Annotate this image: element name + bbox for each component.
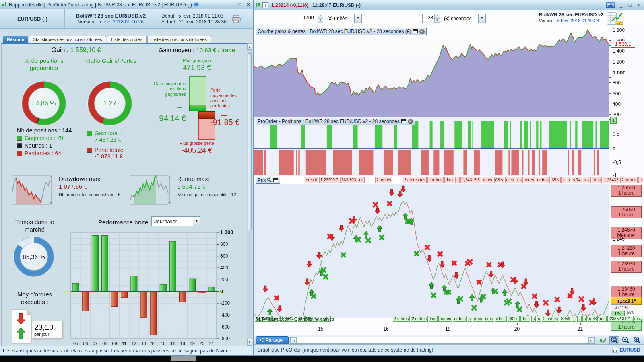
maximize-button[interactable]: □	[236, 2, 243, 7]
axis-tick	[609, 175, 611, 175]
panel-close-icon[interactable]: ✕	[419, 29, 425, 34]
tab-liste-des-ordres[interactable]: Liste des ordres	[107, 36, 147, 43]
order-badge: s 74	[572, 177, 582, 183]
drawdown-sub: Nb max pertes consécutives : 6	[59, 192, 133, 197]
svg-text:400: 400	[220, 265, 228, 271]
minimize-button[interactable]: –	[227, 2, 234, 7]
report-scrollbar[interactable]: ▲ ▼	[247, 43, 252, 346]
version-link[interactable]: 5 févr. 2018 01:10:26	[98, 19, 144, 25]
legend-item: Neutres : 1	[17, 142, 72, 149]
share-button[interactable]: Partager	[256, 336, 289, 345]
order-badge: s	[582, 316, 587, 322]
zoom-in-icon[interactable]	[632, 336, 642, 345]
zoom-fit-icon[interactable]	[609, 336, 619, 345]
svg-text:08: 08	[102, 341, 107, 346]
svg-text:600: 600	[220, 253, 228, 259]
ratio-title: Ratio Gains/Pertes	[80, 57, 142, 64]
order-badge: 2 ordres	[375, 177, 392, 183]
order-badge: rdres	[495, 316, 507, 322]
perf-period-select[interactable]: Journalier ▼	[151, 216, 200, 226]
scroll-down-button[interactable]: ▼	[247, 339, 252, 345]
zoom-out-icon[interactable]	[621, 336, 630, 345]
scroll-left-button[interactable]: ◄	[291, 337, 297, 343]
price-period-label: 1,250901 heure	[611, 206, 642, 218]
order-badge: s	[531, 316, 536, 322]
svg-text:12: 12	[132, 341, 136, 346]
panel2-title: ProOrder - Positions : Boll/WR 28 sec EU…	[258, 119, 400, 124]
keyboard-icon[interactable]	[606, 2, 615, 8]
minimize-button[interactable]: _	[618, 3, 624, 8]
order-badge: 3956	[560, 316, 571, 322]
svg-text:21: 21	[209, 341, 214, 346]
tab-liste-des-positions-cl-tur-es[interactable]: Liste des positions clôturées	[147, 36, 211, 43]
legend-color-swatch	[17, 136, 22, 141]
order-badge: 08 s	[494, 177, 504, 183]
report-money-icon[interactable]	[607, 12, 623, 25]
current-pnl-label: 1 520,1	[611, 41, 635, 48]
version-link[interactable]: 5 févr. 2018 01:10:26	[557, 18, 599, 23]
quote-chart-icon	[612, 348, 618, 353]
avg-gain-value: 94,14 €	[153, 113, 186, 123]
pair-link[interactable]: EURUSD	[620, 347, 640, 353]
units-select[interactable]: (x) unités ▼	[325, 14, 362, 23]
chart-settings-icon[interactable]	[598, 336, 608, 345]
scroll-right-button[interactable]: ►	[588, 337, 594, 343]
chart-bottombar: Partager ◄ ►	[254, 335, 644, 345]
horizontal-scrollbar[interactable]: ◄ ►	[290, 337, 595, 344]
close-button[interactable]: ✕	[245, 2, 252, 7]
runup-label: Runup max:	[177, 175, 247, 182]
panel-maximize-icon[interactable]	[413, 29, 418, 33]
order-badge: dres	[444, 177, 454, 183]
gain-moyen-title: Gain moyen : 10,83 € / trade	[151, 47, 242, 53]
panel-maximize-icon[interactable]	[273, 178, 278, 182]
stepper-arrows-icon[interactable]: ▲▼	[434, 14, 440, 23]
svg-text:16: 16	[170, 341, 175, 346]
drawdown-sparkline	[11, 174, 53, 206]
axis-tick	[609, 51, 611, 51]
svg-text:-600: -600	[220, 324, 230, 330]
totals-item: Gain total :7 437,21 €	[87, 130, 126, 143]
axis-tick	[609, 93, 611, 94]
order-badge: lres	[429, 316, 438, 322]
order-badge: dres	[592, 177, 602, 183]
time-tick-label: 18	[442, 326, 454, 332]
orders-page-icon	[11, 309, 32, 344]
tab-statistiques-des-positions-cl-tur-es[interactable]: Statistiques des positions clôturées	[29, 36, 106, 43]
print-cell	[232, 9, 241, 28]
stepper-arrows-icon[interactable]: ▲▼	[318, 14, 323, 23]
order-badge: ordres	[536, 177, 549, 183]
order-badge: res	[599, 316, 607, 322]
tab-r-sum-[interactable]: Résumé	[3, 36, 28, 43]
order-badge: 2 ordres res	[403, 177, 427, 183]
svg-text:09: 09	[112, 341, 117, 346]
maximize-button[interactable]: □	[627, 3, 633, 8]
panel2-header: ProOrder - Positions : Boll/WR 28 sec EU…	[256, 118, 415, 125]
axis-tick-label: 0,5	[613, 131, 619, 137]
period-select[interactable]: (x) secondes ▼	[442, 14, 486, 23]
chat-bubble-icon[interactable]	[194, 2, 199, 7]
close-button[interactable]: X	[636, 3, 642, 8]
orders-per-day-unit: par jour	[34, 332, 60, 337]
units-value: 17000	[299, 14, 318, 23]
print-icon[interactable]	[232, 15, 241, 23]
panel-close-icon[interactable]: ✕	[408, 119, 413, 124]
order-badge: s	[468, 316, 472, 322]
gain-title: Gain : 1 559,10 €	[6, 47, 147, 54]
price-period-label: 1,234601 heure	[611, 286, 642, 298]
panel-maximize-icon[interactable]	[401, 119, 406, 123]
units-stepper[interactable]: 17000 ▲▼	[299, 14, 323, 23]
axis-tick-label: 400	[613, 101, 621, 107]
time-axis: 1516182021	[254, 323, 609, 335]
order-badge: 2 ordres	[620, 177, 638, 183]
period-stepper[interactable]: 28 ▲▼	[422, 14, 440, 23]
info-icon[interactable]: i	[262, 2, 268, 8]
system-name: Boll/WR 28 sec EUR/USD.v2	[76, 13, 146, 19]
volume-label: 970	[627, 310, 634, 315]
order-badge: res	[633, 316, 641, 322]
order-badge: 2 ordres	[411, 316, 428, 322]
scroll-up-button[interactable]: ▲	[247, 44, 252, 50]
version-label: Version :	[78, 19, 97, 25]
wrench-icon[interactable]	[267, 178, 272, 183]
order-badge: s	[577, 316, 582, 322]
scroll-thumb[interactable]	[248, 53, 252, 230]
